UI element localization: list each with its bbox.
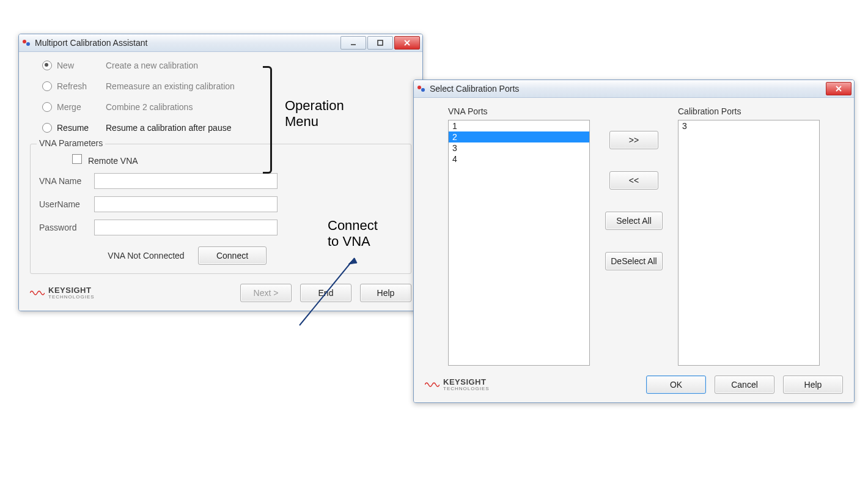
vna-name-input[interactable] [94,173,278,189]
window-title: Select Calibration Ports [430,84,826,94]
op-merge[interactable]: Merge Combine 2 calibrations [42,102,411,112]
username-label: UserName [39,199,94,209]
op-resume-desc: Resume a calibration after pause [106,123,231,133]
svg-rect-3 [378,40,383,45]
op-resume-label: Resume [57,123,102,133]
deselect-all-button[interactable]: DeSelect All [605,252,663,270]
cancel-button[interactable]: Cancel [715,375,774,394]
op-new-desc: Create a new calibration [106,61,198,70]
minimize-button[interactable] [340,36,366,50]
remote-vna-label: Remote VNA [88,156,138,166]
vna-name-label: VNA Name [39,176,94,186]
radio-icon [42,123,52,133]
radio-icon [42,102,52,112]
svg-point-1 [26,42,30,46]
logo-text: KEYSIGHT [443,378,490,386]
maximize-button[interactable] [367,36,393,50]
op-merge-desc: Combine 2 calibrations [106,102,193,112]
logo-subtext: TECHNOLOGIES [48,294,95,300]
vna-status: VNA Not Connected [94,251,198,261]
remote-vna-checkbox[interactable] [72,154,82,164]
move-left-button[interactable]: << [609,171,658,190]
help-button[interactable]: Help [783,375,843,394]
select-all-button[interactable]: Select All [605,212,663,230]
multiport-cal-window: Multiport Calibration Assistant New Crea… [18,34,423,311]
window-title: Multiport Calibration Assistant [35,38,340,48]
svg-line-6 [300,258,355,325]
radio-icon [42,61,52,70]
ok-button[interactable]: OK [646,375,706,394]
svg-point-9 [421,88,425,92]
list-item[interactable]: 2 [449,131,589,142]
titlebar[interactable]: Multiport Calibration Assistant [19,34,422,52]
connect-button[interactable]: Connect [198,246,267,265]
close-button[interactable] [826,82,851,95]
svg-marker-7 [348,258,357,264]
op-refresh-desc: Remeasure an existing calibration [106,81,235,91]
op-new-label: New [57,61,102,70]
list-item[interactable]: 3 [449,142,589,153]
cal-ports-listbox[interactable]: 3 [678,120,820,366]
username-input[interactable] [94,196,278,212]
password-input[interactable] [94,220,278,235]
titlebar[interactable]: Select Calibration Ports [414,80,854,98]
vna-ports-column: VNA Ports 1 2 3 4 [448,106,590,366]
list-item[interactable]: 3 [679,120,819,131]
keysight-logo: KEYSIGHT TECHNOLOGIES [30,286,95,300]
op-refresh[interactable]: Refresh Remeasure an existing calibratio… [42,81,411,91]
arrow-icon [293,252,361,331]
cal-ports-column: Calibration Ports 3 [678,106,820,366]
op-resume[interactable]: Resume Resume a calibration after pause [42,123,411,133]
vna-ports-label: VNA Ports [448,106,590,116]
op-refresh-label: Refresh [57,81,102,91]
svg-point-8 [417,86,421,89]
list-item[interactable]: 1 [449,120,589,131]
select-cal-ports-window: Select Calibration Ports VNA Ports 1 2 3… [413,79,855,403]
help-button[interactable]: Help [360,284,411,302]
cal-ports-label: Calibration Ports [678,106,820,116]
vna-ports-listbox[interactable]: 1 2 3 4 [448,120,590,366]
op-merge-label: Merge [57,102,102,112]
password-label: Password [39,223,94,232]
next-button[interactable]: Next > [240,284,292,302]
logo-subtext: TECHNOLOGIES [443,386,490,391]
group-legend: VNA Parameters [37,138,105,148]
svg-point-0 [23,40,26,43]
list-item[interactable]: 4 [449,153,589,165]
move-right-button[interactable]: >> [609,131,658,149]
op-new[interactable]: New Create a new calibration [42,61,411,70]
annotation-operation-menu: Operation Menu [285,98,344,130]
mover-column: >> << Select All DeSelect All [603,106,664,366]
close-button[interactable] [394,36,420,50]
radio-icon [42,81,52,91]
keysight-logo: KEYSIGHT TECHNOLOGIES [425,378,490,391]
app-icon [21,38,31,48]
logo-text: KEYSIGHT [48,286,95,294]
bracket-annotation [263,66,272,174]
app-icon [416,84,426,94]
annotation-connect-to-vna: Connect to VNA [328,218,378,250]
